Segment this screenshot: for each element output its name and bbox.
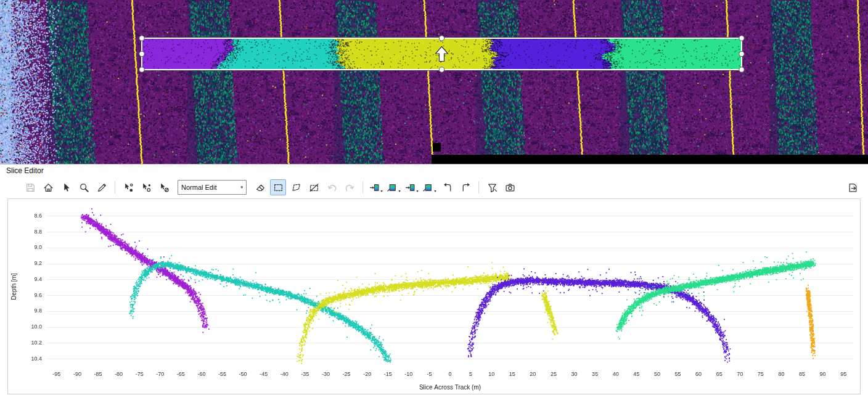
rotate-slice-right-button[interactable]: [457, 179, 473, 195]
cursor-reject-icon: [159, 182, 170, 193]
lasso-select-icon: [309, 182, 319, 193]
edit-mode-value: Normal Edit: [181, 184, 216, 191]
slice-editor-panel: Slice Editor Normal Edit▾▾▾▾▾: [0, 164, 868, 395]
pointer-icon: [61, 182, 72, 193]
edit-tool-button[interactable]: [94, 179, 110, 195]
chevron-down-icon: ▾: [240, 185, 243, 190]
lasso-select-tool-button[interactable]: [306, 179, 322, 195]
pointer-tool-button[interactable]: [58, 179, 74, 195]
save-icon: [25, 182, 36, 193]
chevron-down-icon: ▾: [380, 189, 382, 195]
polygon-select-icon: [291, 182, 301, 193]
panel-title: Slice Editor: [0, 165, 868, 177]
chevron-down-icon: ▾: [416, 189, 418, 195]
undo-icon: [327, 182, 337, 193]
undo-button[interactable]: [324, 179, 340, 195]
rect-select-icon: [273, 182, 284, 193]
accept-selection-button[interactable]: ▾: [368, 179, 384, 195]
slice-chart-container: [7, 198, 861, 394]
cursor-accept-icon: [141, 182, 152, 193]
slice-depth-scatter-chart[interactable]: [8, 199, 860, 394]
eraser-icon: [255, 182, 266, 193]
rotate-slice-left-button[interactable]: [440, 179, 456, 195]
toolbar-separator: [115, 181, 115, 193]
reject-selection-button[interactable]: ▾: [404, 179, 420, 195]
pick-cursor-icon: [123, 182, 134, 193]
zoom-tool-button[interactable]: [76, 179, 92, 195]
save-button[interactable]: [22, 179, 38, 195]
filter-tool-button[interactable]: [484, 179, 500, 195]
slice-editor-toolbar: Normal Edit▾▾▾▾▾: [0, 177, 868, 197]
camera-icon: [505, 182, 515, 193]
chevron-down-icon: ▾: [398, 189, 400, 195]
accept-colormap-icon: [405, 182, 416, 193]
accept-colormap-picker-button[interactable]: ▾: [386, 179, 402, 195]
home-button[interactable]: [40, 179, 56, 195]
snapshot-button[interactable]: [502, 179, 518, 195]
eraser-tool-button[interactable]: [252, 179, 268, 195]
colormap-icon: [387, 182, 398, 193]
toolbar-separator: [362, 181, 363, 193]
zoom-icon: [79, 182, 89, 193]
redo-button[interactable]: [342, 179, 358, 195]
rectangle-select-tool-button[interactable]: [270, 179, 286, 195]
select-accept-tool-button[interactable]: [138, 179, 154, 195]
redo-icon: [345, 182, 355, 193]
polygon-select-tool-button[interactable]: [288, 179, 304, 195]
chevron-down-icon: ▾: [433, 189, 436, 195]
reject-colormap-picker-button[interactable]: ▾: [422, 179, 438, 195]
toolbar-separator: [478, 181, 479, 193]
accept-colormap-icon: [369, 182, 380, 193]
colormap-icon: [423, 182, 433, 193]
sonar-waterfall-view[interactable]: [0, 0, 868, 164]
application-window: Slice Editor Normal Edit▾▾▾▾▾: [0, 0, 868, 395]
edit-mode-dropdown[interactable]: Normal Edit▾: [178, 180, 247, 195]
select-reject-tool-button[interactable]: [156, 179, 172, 195]
export-panel-button[interactable]: [845, 179, 861, 195]
pencil-icon: [97, 182, 107, 193]
turn-right-icon: [461, 182, 471, 193]
home-icon: [43, 182, 54, 193]
pick-point-tool-button[interactable]: [120, 179, 136, 195]
export-icon: [848, 182, 858, 193]
turn-left-icon: [443, 182, 453, 193]
filter-icon: [487, 182, 497, 193]
